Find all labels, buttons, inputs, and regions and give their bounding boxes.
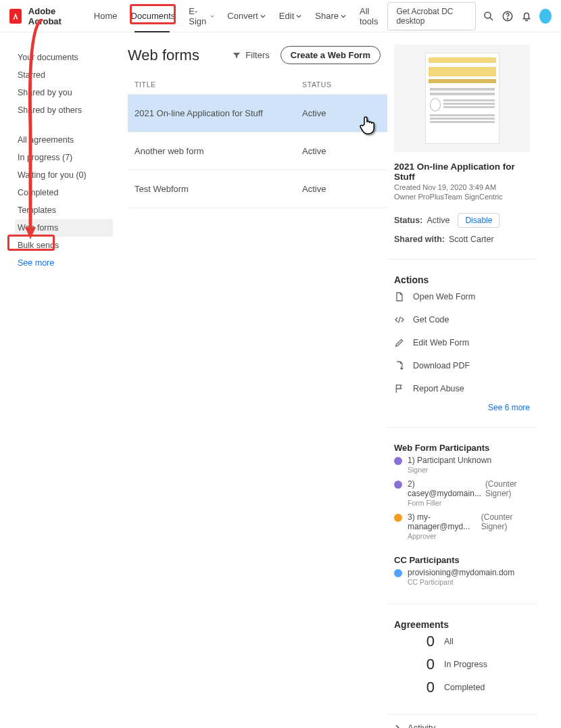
- sidebar-item-shared-by-you[interactable]: Shared by you: [15, 84, 113, 101]
- thumbnail-area: [394, 45, 530, 152]
- participant-dot-icon: [394, 569, 402, 577]
- participant-dot-icon: [394, 481, 402, 489]
- get-desktop-button[interactable]: Get Acrobat DC desktop: [387, 2, 476, 30]
- search-icon[interactable]: [483, 9, 495, 24]
- main-nav: Home Documents E-Sign Convert Edit Share…: [91, 2, 381, 30]
- nav-esign[interactable]: E-Sign: [186, 2, 216, 30]
- chevron-down-icon: [341, 14, 346, 19]
- row-status: Active: [302, 184, 326, 194]
- chevron-down-icon: [260, 14, 266, 19]
- shared-label: Shared with:: [394, 235, 445, 244]
- activity-toggle[interactable]: Activity: [394, 723, 530, 728]
- nav-home[interactable]: Home: [91, 7, 120, 25]
- sidebar-item-your-documents[interactable]: Your documents: [15, 49, 113, 66]
- participants-header: Web Form Participants: [394, 443, 530, 453]
- row-title: Test Webform: [135, 184, 302, 194]
- filters-button[interactable]: Filters: [228, 47, 273, 63]
- topbar: Adobe Acrobat Home Documents E-Sign Conv…: [0, 0, 561, 32]
- status-value: Active: [426, 216, 449, 225]
- actions-header: Actions: [394, 274, 530, 285]
- chevron-right-icon: [394, 725, 401, 729]
- nav-underline: [135, 31, 170, 32]
- nav-alltools[interactable]: All tools: [357, 2, 381, 30]
- document-icon: [394, 291, 405, 302]
- action-open[interactable]: Open Web Form: [394, 285, 530, 308]
- participant-dot-icon: [394, 514, 402, 522]
- col-title: TITLE: [135, 80, 302, 89]
- row-title: Another web form: [135, 146, 302, 156]
- participant-row: 2) casey@mydomain...(Counter Signer) For…: [394, 477, 530, 510]
- sidebar-item-shared-by-others[interactable]: Shared by others: [15, 101, 113, 119]
- code-icon: [394, 314, 405, 325]
- status-label: Status:: [394, 216, 422, 225]
- chevron-down-icon: [210, 14, 214, 19]
- column-headers: TITLE STATUS: [128, 80, 387, 94]
- action-download[interactable]: Download PDF: [394, 354, 530, 377]
- detail-owner: Owner ProPlusTeam SignCentric: [394, 193, 530, 201]
- avatar[interactable]: [539, 9, 552, 24]
- table-row[interactable]: Another web form Active: [128, 132, 387, 170]
- nav-convert[interactable]: Convert: [224, 7, 268, 25]
- detail-panel: 2021 On-line Application for Stuff Creat…: [387, 32, 539, 728]
- disable-button[interactable]: Disable: [458, 213, 499, 228]
- sidebar-item-starred[interactable]: Starred: [15, 66, 113, 84]
- action-get-code[interactable]: Get Code: [394, 308, 530, 331]
- svg-point-0: [485, 12, 491, 18]
- svg-point-2: [508, 18, 508, 19]
- nav-share[interactable]: Share: [312, 7, 349, 25]
- sidebar-item-waiting[interactable]: Waiting for you (0): [15, 166, 113, 184]
- action-report[interactable]: Report Abuse: [394, 377, 530, 400]
- detail-title: 2021 On-line Application for Stuff: [394, 162, 530, 182]
- table-row[interactable]: Test Webform Active: [128, 170, 387, 208]
- pencil-icon: [394, 337, 405, 348]
- sidebar-item-templates[interactable]: Templates: [15, 201, 113, 219]
- see-more-actions[interactable]: See 6 more: [394, 403, 530, 412]
- agreements-header: Agreements: [394, 619, 530, 630]
- nav-edit[interactable]: Edit: [276, 7, 304, 25]
- participant-dot-icon: [394, 457, 402, 465]
- document-thumbnail[interactable]: [425, 53, 499, 144]
- action-edit[interactable]: Edit Web Form: [394, 331, 530, 354]
- page-title: Web forms: [128, 47, 199, 64]
- row-title: 2021 On-line Application for Stuff: [135, 108, 302, 118]
- create-web-form-button[interactable]: Create a Web Form: [280, 46, 381, 64]
- acrobat-logo-icon: [9, 9, 22, 24]
- download-icon: [394, 360, 405, 371]
- sidebar: Your documents Starred Shared by you Sha…: [0, 32, 118, 728]
- table-row[interactable]: 2021 On-line Application for Stuff Activ…: [128, 94, 387, 132]
- agreement-stat: 0In Progress: [394, 653, 530, 676]
- sidebar-item-completed[interactable]: Completed: [15, 184, 113, 201]
- bell-icon[interactable]: [520, 9, 533, 24]
- col-status: STATUS: [302, 80, 332, 89]
- sidebar-item-bulk-sends[interactable]: Bulk sends: [15, 237, 113, 254]
- cc-header: CC Participants: [394, 555, 530, 565]
- participant-row: 1) Participant Unknown Signer: [394, 453, 530, 477]
- shared-value: Scott Carter: [449, 235, 494, 244]
- sidebar-item-in-progress[interactable]: In progress (7): [15, 149, 113, 166]
- list-column: Web forms Filters Create a Web Form TITL…: [118, 32, 387, 728]
- cc-row: provisioning@mydomain.dom CC Participant: [394, 565, 530, 589]
- sidebar-see-more[interactable]: See more: [15, 254, 113, 272]
- row-status: Active: [302, 146, 326, 156]
- sidebar-item-web-forms[interactable]: Web forms: [15, 219, 113, 237]
- sidebar-item-all-agreements[interactable]: All agreements: [15, 131, 113, 149]
- chevron-down-icon: [296, 14, 301, 19]
- brand-text: Adobe Acrobat: [28, 6, 79, 26]
- detail-created: Created Nov 19, 2020 3:49 AM: [394, 183, 530, 191]
- help-icon[interactable]: [502, 9, 514, 24]
- participant-row: 3) my-manager@myd...(Counter Signer) App…: [394, 510, 530, 543]
- filter-icon: [232, 51, 241, 60]
- agreement-stat: 0Completed: [394, 676, 530, 699]
- flag-icon: [394, 383, 405, 394]
- row-status: Active: [302, 108, 326, 118]
- nav-documents[interactable]: Documents: [128, 7, 178, 25]
- agreement-stat: 0All: [394, 630, 530, 653]
